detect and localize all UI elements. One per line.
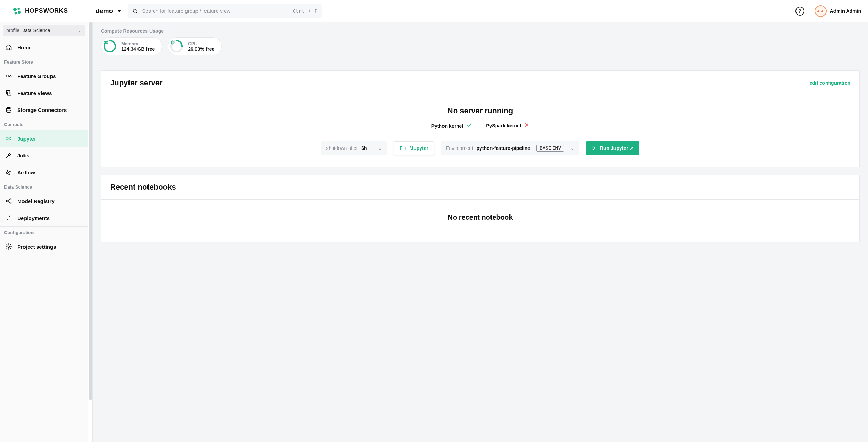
sidebar-item-feature-views[interactable]: Feature Views — [0, 84, 88, 101]
sidebar-item-project-settings[interactable]: Project settings — [0, 238, 88, 255]
pyspark-kernel-status: PySpark kernel — [486, 123, 529, 128]
keyboard-hint: Ctrl + P — [293, 8, 317, 14]
memory-card: Memory 124.34 GB free — [101, 37, 162, 55]
base-env-badge: BASE-ENV — [536, 145, 564, 152]
x-icon — [524, 123, 529, 128]
project-switcher[interactable]: demo — [96, 7, 122, 15]
play-icon — [592, 146, 597, 151]
header: HOPSWORKS demo Ctrl + P ? A A Admin Admi… — [0, 0, 868, 22]
svg-point-13 — [8, 246, 10, 248]
chevron-down-icon: ⌄ — [378, 145, 382, 151]
environment-label: Environment — [446, 145, 473, 151]
sidebar-item-label: Home — [17, 45, 32, 50]
sidebar-item-label: Jobs — [17, 153, 29, 158]
svg-point-9 — [6, 107, 11, 109]
chevron-down-icon: ⌄ — [570, 145, 574, 151]
svg-point-6 — [6, 75, 9, 77]
search-icon — [132, 8, 138, 14]
sidebar: profile Data Science ⌄ Home Feature Stor… — [0, 22, 88, 442]
sidebar-group-data-science: Data Science — [0, 181, 88, 192]
cpu-value: 26.03% free — [188, 46, 214, 52]
run-jupyter-button[interactable]: Run Jupyter ↗ — [586, 141, 639, 155]
svg-point-1 — [17, 8, 20, 10]
svg-rect-7 — [6, 90, 10, 94]
svg-rect-19 — [172, 41, 174, 44]
recent-notebooks-card: Recent notebooks No recent notebook — [101, 175, 860, 242]
sidebar-item-label: Feature Views — [17, 90, 52, 96]
sidebar-item-label: Airflow — [17, 170, 35, 175]
folder-icon — [400, 145, 406, 151]
sidebar-item-deployments[interactable]: Deployments — [0, 209, 88, 226]
user-menu[interactable]: A A Admin Admin — [815, 5, 861, 17]
hopsworks-logo-icon — [12, 6, 22, 16]
sidebar-item-jobs[interactable]: Jobs — [0, 147, 88, 164]
memory-ring-icon — [103, 40, 116, 53]
memory-value: 124.34 GB free — [121, 46, 155, 52]
cpu-ring-icon — [170, 40, 183, 53]
sidebar-group-feature-store: Feature Store — [0, 56, 88, 67]
sidebar-item-label: Feature Groups — [17, 73, 56, 79]
help-button[interactable]: ? — [795, 7, 804, 16]
avatar: A A — [815, 5, 827, 17]
svg-point-3 — [18, 11, 21, 14]
jupyter-icon — [5, 135, 12, 142]
project-name: demo — [96, 7, 113, 15]
sidebar-item-label: Deployments — [17, 215, 50, 221]
shutdown-label: shutdown after — [326, 145, 358, 151]
resources-title: Compute Resources Usage — [101, 28, 860, 34]
no-server-text: No server running — [448, 106, 513, 115]
svg-rect-16 — [104, 41, 108, 43]
jupyter-folder-button[interactable]: /Jupyter — [394, 141, 434, 155]
user-name: Admin Admin — [830, 8, 861, 14]
brand-text: HOPSWORKS — [25, 7, 68, 15]
profile-value: Data Science — [21, 28, 50, 33]
shutdown-after-select[interactable]: shutdown after 6h ⌄ — [321, 141, 387, 155]
svg-point-2 — [15, 11, 17, 14]
kernel-status-row: Python kernel PySpark kernel — [431, 122, 530, 129]
python-kernel-status: Python kernel — [431, 122, 472, 129]
sidebar-item-jupyter[interactable]: Jupyter — [0, 130, 88, 147]
search-bar[interactable]: Ctrl + P — [128, 4, 322, 18]
main-content: Compute Resources Usage Memory — [93, 22, 868, 442]
gear-icon — [5, 243, 12, 250]
sidebar-scrollbar[interactable] — [88, 22, 93, 442]
svg-point-0 — [13, 8, 17, 11]
check-icon — [467, 123, 472, 129]
folder-path: /Jupyter — [409, 145, 428, 151]
environment-value: python-feature-pipeline — [477, 145, 531, 151]
help-icon: ? — [798, 8, 801, 14]
chevron-down-icon: ⌄ — [78, 28, 82, 33]
sidebar-item-label: Model Registry — [17, 198, 55, 204]
search-input[interactable] — [141, 8, 289, 14]
sidebar-item-label: Project settings — [17, 244, 56, 250]
cpu-card: CPU 26.03% free — [168, 37, 222, 55]
jupyter-server-card: Jupyter server edit configuration No ser… — [101, 70, 860, 167]
run-jupyter-label: Run Jupyter ↗ — [600, 145, 634, 151]
environment-select[interactable]: Environment python-feature-pipeline BASE… — [441, 141, 579, 155]
hammer-icon — [5, 152, 12, 159]
no-recent-notebook-text: No recent notebook — [101, 200, 859, 242]
profile-selector[interactable]: profile Data Science ⌄ — [3, 25, 85, 36]
copy-icon — [5, 89, 12, 96]
sidebar-item-home[interactable]: Home — [0, 39, 88, 56]
sidebar-item-storage-connectors[interactable]: Storage Connectors — [0, 101, 88, 118]
memory-label: Memory — [121, 41, 155, 46]
cpu-label: CPU — [188, 41, 214, 46]
sidebar-item-label: Storage Connectors — [17, 107, 67, 113]
database-icon — [5, 106, 12, 113]
sidebar-item-label: Jupyter — [17, 136, 36, 142]
profile-label: profile — [6, 28, 19, 33]
jupyter-card-title: Jupyter server — [110, 78, 163, 87]
svg-line-5 — [136, 12, 137, 13]
shutdown-value: 6h — [361, 145, 367, 151]
sidebar-item-model-registry[interactable]: Model Registry — [0, 192, 88, 209]
shapes-icon — [5, 73, 12, 79]
logo[interactable]: HOPSWORKS — [12, 6, 68, 16]
sidebar-item-feature-groups[interactable]: Feature Groups — [0, 67, 88, 84]
compute-resources: Compute Resources Usage Memory — [93, 22, 868, 63]
edit-configuration-link[interactable]: edit configuration — [810, 80, 850, 86]
sidebar-item-airflow[interactable]: Airflow — [0, 164, 88, 181]
home-icon — [5, 44, 12, 51]
sidebar-group-configuration: Configuration — [0, 226, 88, 238]
chevron-down-icon — [117, 10, 121, 12]
